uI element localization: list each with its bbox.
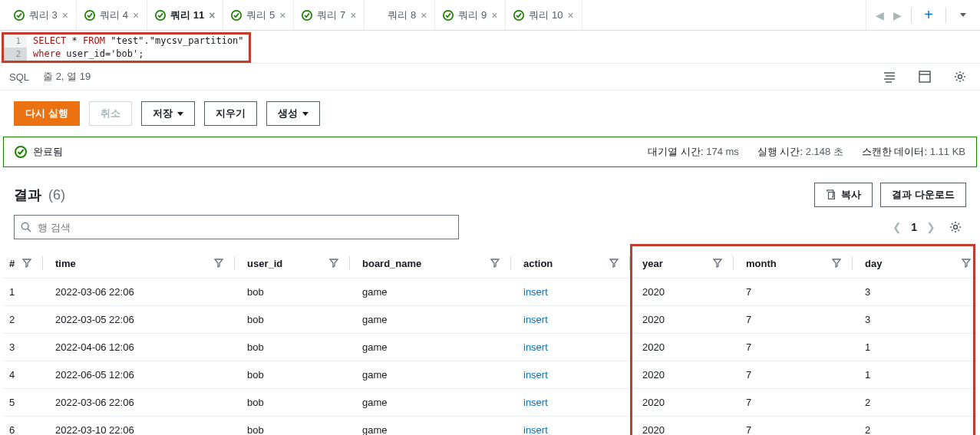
column-header[interactable]: day <box>859 249 977 278</box>
table-cell: 1 <box>859 361 977 389</box>
table-row[interactable]: 62022-03-10 22:06bobgameinsert202072 <box>3 417 977 436</box>
query-tab[interactable]: 쿼리 9× <box>435 0 506 30</box>
create-button[interactable]: 생성 <box>266 101 320 126</box>
close-tab-icon[interactable]: × <box>62 9 68 21</box>
table-cell: 2020 <box>636 389 740 417</box>
sql-editor[interactable]: 1SELECT * FROM "test"."mycsv_partition"2… <box>4 35 249 61</box>
close-tab-icon[interactable]: × <box>279 9 285 21</box>
format-icon <box>883 71 896 83</box>
column-name: # <box>9 258 15 269</box>
table-cell: 2022-04-06 12:06 <box>49 334 241 361</box>
query-tab[interactable]: 쿼리 3× <box>6 0 77 30</box>
search-input[interactable] <box>38 222 452 233</box>
close-tab-icon[interactable]: × <box>133 9 139 21</box>
results-title: 결과 <box>14 187 41 203</box>
format-button[interactable] <box>879 66 900 87</box>
column-header[interactable]: board_name <box>356 249 517 278</box>
table-row[interactable]: 42022-06-05 12:06bobgameinsert202071 <box>3 361 977 389</box>
results-toolbar: ❮ 1 ❯ <box>0 215 980 249</box>
table-row[interactable]: 12022-03-06 22:06bobgameinsert202073 <box>3 278 977 306</box>
column-header[interactable]: year <box>636 249 740 278</box>
table-cell: 1 <box>859 334 977 361</box>
close-tab-icon[interactable]: × <box>491 9 497 21</box>
column-header[interactable]: time <box>49 249 241 278</box>
table-cell: insert <box>517 306 636 334</box>
download-results-button[interactable]: 결과 다운로드 <box>880 183 966 207</box>
copy-button[interactable]: 복사 <box>814 183 873 207</box>
column-header[interactable]: user_id <box>241 249 356 278</box>
pagination: ❮ 1 ❯ <box>893 221 935 233</box>
close-tab-icon[interactable]: × <box>568 9 574 21</box>
search-box[interactable] <box>14 215 459 239</box>
table-row[interactable]: 22022-03-05 22:06bobgameinsert202073 <box>3 306 977 334</box>
close-tab-icon[interactable]: × <box>209 9 215 21</box>
check-circle-icon <box>14 10 25 21</box>
tab-label: 쿼리 8 <box>388 8 416 22</box>
code-line[interactable]: SELECT * FROM "test"."mycsv_partition" <box>27 35 244 48</box>
tab-label: 쿼리 11 <box>170 8 204 22</box>
filter-icon[interactable] <box>609 259 619 268</box>
table-cell: 7 <box>740 306 859 334</box>
column-name: day <box>865 258 882 269</box>
table-cell: 7 <box>740 334 859 361</box>
filter-icon[interactable] <box>490 259 500 268</box>
table-cell: 5 <box>3 389 49 417</box>
query-tab[interactable]: 쿼리 4× <box>77 0 147 30</box>
table-cell: bob <box>241 361 356 389</box>
tab-label: 쿼리 4 <box>100 8 128 22</box>
clear-button[interactable]: 지우기 <box>204 101 257 126</box>
svg-point-12 <box>21 222 28 229</box>
table-row[interactable]: 32022-04-06 12:06bobgameinsert202071 <box>3 334 977 361</box>
scroll-tabs-right[interactable]: ▶ <box>890 9 905 21</box>
scroll-tabs-left[interactable]: ◀ <box>873 9 887 21</box>
results-table: #timeuser_idboard_nameactionyearmonthday… <box>3 249 977 435</box>
table-settings-button[interactable] <box>945 216 966 238</box>
new-tab-button[interactable]: + <box>918 5 939 26</box>
query-tab[interactable]: 쿼리 7× <box>294 0 365 30</box>
column-header[interactable]: # <box>3 249 49 278</box>
close-tab-icon[interactable]: × <box>421 9 427 21</box>
editor-cursor-position: 줄 2, 열 19 <box>43 70 91 84</box>
filter-icon[interactable] <box>962 259 971 268</box>
table-cell: 2022-03-05 22:06 <box>49 306 241 334</box>
save-button[interactable]: 저장 <box>141 101 195 126</box>
query-tab[interactable]: 쿼리 8× <box>365 0 435 30</box>
table-cell: 2 <box>3 306 49 334</box>
filter-icon[interactable] <box>22 259 31 268</box>
column-name: action <box>523 258 553 269</box>
table-cell: game <box>356 334 517 361</box>
tab-menu-button[interactable] <box>952 5 974 26</box>
query-tab[interactable]: 쿼리 5× <box>223 0 294 30</box>
filter-icon[interactable] <box>214 259 223 268</box>
query-tab[interactable]: 쿼리 10× <box>506 0 582 30</box>
table-cell: 7 <box>740 278 859 306</box>
completion-stat: 대기열 시간: 174 ms <box>648 145 739 159</box>
check-circle-icon <box>84 10 95 21</box>
column-name: month <box>746 258 777 269</box>
filter-icon[interactable] <box>713 259 722 268</box>
prev-page[interactable]: ❮ <box>893 221 902 233</box>
check-circle-icon <box>15 146 27 158</box>
table-cell: bob <box>241 389 356 417</box>
close-tab-icon[interactable]: × <box>350 9 356 21</box>
caret-down-icon <box>177 112 183 116</box>
layout-button[interactable] <box>914 66 935 87</box>
table-cell: bob <box>241 334 356 361</box>
column-header[interactable]: month <box>740 249 859 278</box>
table-cell: insert <box>517 361 636 389</box>
line-number: 1 <box>4 35 27 48</box>
filter-icon[interactable] <box>329 259 338 268</box>
settings-button[interactable] <box>949 66 971 87</box>
column-header[interactable]: action <box>517 249 636 278</box>
query-tab[interactable]: 쿼리 11× <box>147 0 223 30</box>
gear-icon <box>949 221 962 233</box>
tab-label: 쿼리 10 <box>529 8 563 22</box>
run-again-button[interactable]: 다시 실행 <box>14 101 80 126</box>
table-row[interactable]: 52022-03-06 22:06bobgameinsert202072 <box>3 389 977 417</box>
code-line[interactable]: where user_id='bob'; <box>27 48 144 61</box>
filter-icon[interactable] <box>832 259 841 268</box>
next-page[interactable]: ❯ <box>926 221 935 233</box>
completion-banner: 완료됨 대기열 시간: 174 ms실행 시간: 2.148 초스캔한 데이터:… <box>3 137 977 167</box>
table-cell: 2022-03-06 22:06 <box>49 389 241 417</box>
tabs-list: 쿼리 3×쿼리 4×쿼리 11×쿼리 5×쿼리 7×쿼리 8×쿼리 9×쿼리 1… <box>6 0 866 30</box>
